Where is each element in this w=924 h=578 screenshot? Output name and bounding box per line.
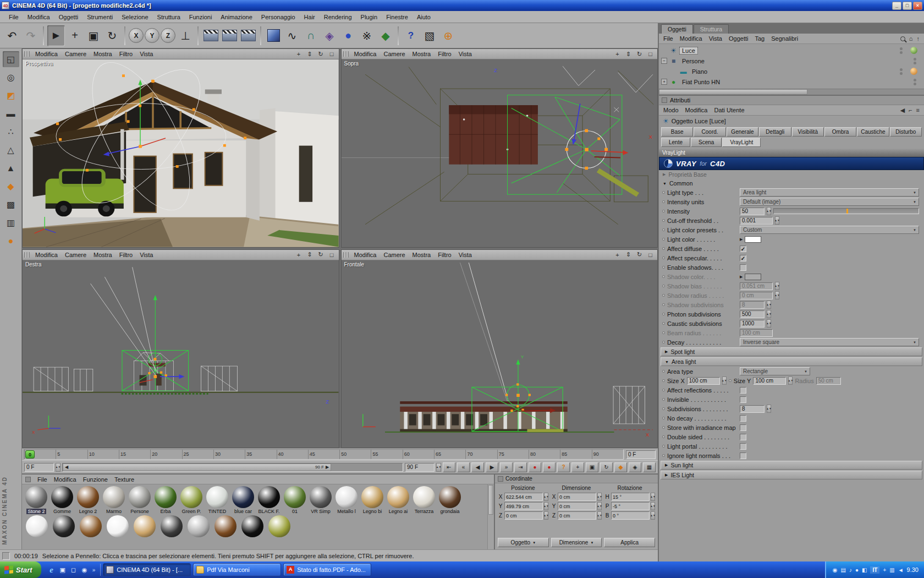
zoom-view-icon[interactable]: ⇕ [623, 51, 634, 58]
lock-y-axis-icon[interactable]: Y [145, 28, 160, 43]
material-sphere[interactable] [232, 486, 254, 508]
affect-reflections-checkbox[interactable] [740, 387, 746, 394]
internet-explorer-icon[interactable]: e [47, 565, 56, 574]
move-tool-icon[interactable]: + [66, 25, 84, 46]
vp-menu-modifica[interactable]: Modifica [32, 250, 61, 259]
material-item[interactable]: Marmo [102, 486, 126, 514]
maximize-button[interactable]: □ [903, 2, 912, 10]
materials-menu-file[interactable]: File [37, 476, 47, 483]
material-item[interactable]: grondaia [438, 486, 462, 514]
menu-animazione[interactable]: Animazione [216, 12, 256, 22]
layout-icon[interactable]: ▧ [421, 25, 438, 46]
tab-struttura[interactable]: Struttura [694, 24, 729, 34]
material-sphere[interactable] [80, 515, 102, 537]
menu-personaggio[interactable]: Personaggio [257, 12, 300, 22]
menu-rendering[interactable]: Rendering [320, 12, 356, 22]
material-item[interactable]: VR Simp [309, 486, 333, 514]
live-selection-icon[interactable]: ► [47, 25, 65, 46]
material-sphere[interactable] [26, 515, 48, 537]
material-sphere[interactable] [161, 515, 183, 537]
render-settings-icon[interactable] [239, 25, 257, 46]
attr-menu-dati-utente[interactable]: Dati Utente [714, 107, 745, 113]
tray-icon[interactable]: ◄ [898, 567, 904, 573]
add-particle-object-icon[interactable]: ※ [358, 25, 376, 46]
tab-oggetti[interactable]: Oggetti [661, 24, 693, 34]
value-spinner[interactable]: ▲▼ [775, 216, 779, 225]
om-menu-segnalibri[interactable]: Segnalibri [771, 35, 798, 42]
rotate-view-icon[interactable]: ↻ [634, 51, 645, 58]
position-z-input[interactable]: 0 cm [504, 511, 543, 520]
value-spinner[interactable]: ▲▼ [544, 511, 548, 520]
dimension-z-input[interactable]: 0 cm [558, 511, 596, 520]
value-spinner[interactable]: ▲▼ [651, 511, 655, 520]
material-sphere[interactable] [268, 515, 290, 537]
material-sphere[interactable] [387, 486, 409, 508]
next-frame-icon[interactable]: » [500, 462, 513, 472]
timeline-scrollbar[interactable]: ◀ 90 F ▶ [62, 463, 403, 472]
pan-view-icon[interactable]: + [612, 51, 623, 57]
material-sphere[interactable] [361, 486, 383, 508]
menu-selezione[interactable]: Selezione [117, 12, 152, 22]
close-button[interactable]: × [913, 2, 922, 10]
vp-menu-filtro[interactable]: Filtro [435, 50, 454, 58]
polygon-mode-icon[interactable]: ▲ [3, 160, 19, 176]
menu-oggetti[interactable]: Oggetti [54, 12, 82, 22]
tray-icon[interactable]: ▥ [889, 567, 894, 573]
timeline-ruler-track[interactable]: 0 0 5 10 15 20 25 30 35 40 45 50 [24, 449, 624, 460]
object-name[interactable]: Piano [690, 68, 710, 75]
materials-menu-modifica[interactable]: Modifica [54, 476, 76, 483]
size-y-input[interactable]: 100 cm [753, 377, 786, 385]
autokey-icon[interactable]: ● [543, 462, 556, 472]
affect-specular-checkbox[interactable] [740, 255, 746, 261]
intensity-slider[interactable] [773, 208, 919, 214]
vp-menu-camere[interactable]: Camere [62, 250, 90, 259]
vp-menu-modifica[interactable]: Modifica [32, 50, 61, 58]
object-row-piano[interactable]: ▬ Piano [661, 66, 922, 77]
color-expand-icon[interactable]: ▶ [740, 237, 743, 242]
group-common[interactable]: ▼Common [659, 179, 924, 188]
vp-menu-mostra[interactable]: Mostra [409, 250, 435, 259]
rotate-view-icon[interactable]: ↻ [316, 51, 326, 58]
material-item[interactable]: Terrazza [412, 486, 436, 514]
menu-plugin[interactable]: Plugin [356, 12, 382, 22]
tab-coord[interactable]: Coord. [694, 127, 725, 137]
menu-struttura[interactable]: Struttura [153, 12, 185, 22]
caustic-subdivisions-input[interactable]: 1000 [740, 320, 765, 328]
undo-icon[interactable]: ↶ [3, 25, 21, 46]
menu-strumenti[interactable]: Strumenti [82, 12, 117, 22]
end-frame-spinner[interactable]: ▲▼ [436, 463, 441, 472]
object-name[interactable]: Fiat Punto HN [680, 79, 722, 85]
lock-x-axis-icon[interactable]: X [129, 28, 144, 43]
expand-icon[interactable]: + [661, 79, 667, 85]
object-row-fiat-punto[interactable]: + ● Fiat Punto HN [661, 77, 922, 87]
material-item[interactable]: BLACK F. [257, 486, 281, 514]
vp-menu-camere[interactable]: Camere [380, 250, 408, 259]
lock-z-axis-icon[interactable]: Z [161, 28, 175, 43]
vp-menu-modifica[interactable]: Modifica [351, 250, 380, 259]
size-x-input[interactable]: 100 cm [687, 377, 720, 385]
home-icon[interactable]: ⌂ [909, 35, 913, 42]
affect-diffuse-checkbox[interactable] [740, 246, 746, 252]
tab-visibilita[interactable]: Visibilità [792, 127, 824, 137]
object-name[interactable]: Persone [680, 58, 707, 64]
record-help-icon[interactable]: ? [557, 462, 570, 472]
model-mode-icon[interactable]: ◎ [3, 69, 19, 85]
group-area-light[interactable]: ▼Area light [661, 357, 922, 366]
menu-hair[interactable]: Hair [300, 12, 320, 22]
tray-icon[interactable]: ◉ [833, 567, 838, 573]
vp-menu-camere[interactable]: Camere [62, 50, 90, 58]
material-sphere[interactable] [134, 515, 156, 537]
materials-scrollbar[interactable] [487, 484, 494, 549]
menu-file[interactable]: File [4, 12, 23, 22]
visibility-dots[interactable] [914, 58, 916, 64]
frame-spinner[interactable]: ▲▼ [56, 463, 61, 472]
texture-tag-icon[interactable] [910, 47, 917, 54]
search-icon[interactable] [900, 36, 905, 41]
no-decay-checkbox[interactable] [740, 415, 746, 422]
value-spinner[interactable]: ▲▼ [597, 493, 602, 501]
material-sphere[interactable] [107, 515, 129, 537]
decay-dropdown[interactable]: Inverse square [740, 338, 919, 346]
play-icon[interactable]: ▶ [486, 462, 498, 472]
record-position-icon[interactable]: + [571, 462, 584, 472]
light-color-swatch[interactable] [745, 236, 761, 243]
